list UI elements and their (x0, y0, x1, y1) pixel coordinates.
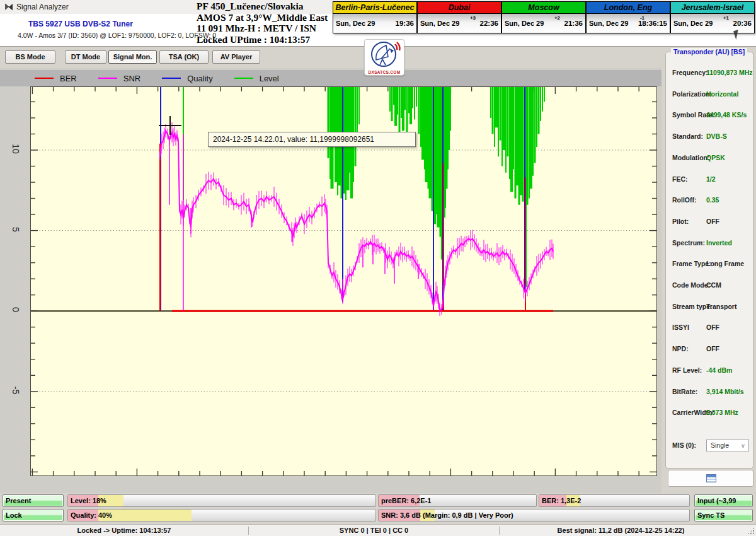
transponder-value: 3,914 Mbit/s (706, 388, 744, 395)
transponder-row: Stream type:Transport (666, 303, 754, 313)
transponder-value: CCM (706, 281, 721, 289)
transponder-label: Frame Type: (672, 260, 711, 267)
legend-snr-label: SNR (123, 74, 140, 83)
transponder-value: OFF (706, 323, 719, 331)
clock-5: Jerusalem-IsraelSun, Dec 29+120:36 (670, 1, 755, 33)
transponder-value: OFF (706, 218, 719, 225)
tuner-name: TBS 5927 USB DVB-S2 Tuner (28, 20, 133, 28)
transponder-value: 4499,48 KS/s (706, 111, 747, 119)
station-line2: AMOS 7 at 3,9°W_Middle East (197, 12, 328, 23)
dxsatcs-logo: DXSATCS.COM (364, 39, 404, 76)
transponder-row: Code Mode:CCM (666, 281, 754, 291)
y-tick-label: -5 (11, 382, 21, 399)
clock-city: Berlin-Paris-Lučenec (333, 2, 416, 14)
transponder-value: Long Frame (706, 260, 744, 267)
clock-time: 18:36:15 (638, 20, 667, 27)
transponder-row: Modulation:QPSK (666, 154, 754, 164)
transponder-label: Spectrum: (672, 239, 705, 247)
lock-indicator: Lock (3, 509, 64, 521)
clock-utc-offset: +2 (554, 15, 560, 21)
chevron-down-icon: ∨ (741, 440, 745, 452)
window-title: Signal Analyzer (16, 3, 69, 11)
tab-dt-mode[interactable]: DT Mode (65, 50, 106, 64)
transponder-value: Transport (706, 303, 736, 310)
tab-av-player[interactable]: AV Player (212, 50, 260, 64)
clock-time: 22:36 (480, 20, 498, 27)
transponder-label: ISSYI (672, 323, 689, 331)
app-icon (4, 3, 13, 11)
transponder-panel: Transponder (AU) [BS] Frequency:11090,87… (665, 52, 753, 469)
y-tick-label: 5 (11, 221, 21, 238)
status-bar: Locked -> Uptime: 104:13:57 SYNC 0 | TEI… (0, 524, 756, 536)
transponder-value: 1/2 (706, 175, 716, 183)
transponder-row: CarrierWidth:6,073 MHz (666, 409, 754, 419)
transponder-row: RollOff:0.35 (666, 196, 754, 206)
clock-4: London, EngSun, Dec 29-118:36:15 (586, 1, 670, 33)
transponder-label: MIS (0): (672, 441, 696, 449)
transponder-row: Frame Type:Long Frame (666, 260, 754, 270)
transponder-row: Frequency:11090,873 MHz (666, 69, 754, 79)
transponder-label: Pilot: (672, 218, 689, 225)
clock-utc-offset: +1 (723, 15, 729, 21)
clock-utc-offset: +3 (470, 15, 476, 21)
transponder-row: Pilot:OFF (666, 218, 754, 228)
legend-snr-dash (98, 78, 117, 79)
clock-1: Berlin-Paris-LučenecSun, Dec 2919:36 (333, 1, 417, 33)
transponder-row: RF Level:-44 dBm (666, 366, 754, 376)
preber-label: preBER: 6,2E-1 (381, 495, 431, 506)
transponder-label: Frequency: (672, 69, 708, 76)
legend-quality-dash (162, 78, 181, 79)
tab-signal-mon[interactable]: Signal Mon. (108, 50, 157, 64)
ber-label: BER: 1,3E-2 (542, 495, 581, 506)
transponder-label: RF Level: (672, 366, 702, 374)
tab-bs-mode[interactable]: BS Mode (5, 50, 55, 64)
clock-date: Sun, Dec 29 (505, 20, 544, 27)
transponder-value: OFF (706, 345, 719, 352)
transponder-value: QPSK (706, 154, 725, 161)
chart-tooltip: 2024-12-25 14.22.01, value: 11,199999809… (208, 132, 416, 147)
quality-progress-label: Quality: 40% (71, 510, 112, 521)
clock-city: Jerusalem-Israel (671, 2, 754, 14)
clock-time: 19:36 (396, 20, 414, 27)
transponder-row: Standard:DVB-S (666, 132, 754, 143)
y-tick-label: 0 (11, 301, 21, 318)
transponder-label: Code Mode: (672, 281, 710, 289)
tuner-details: 4.0W - Amos 3/7 (ID: 3560) @ LOF1: 97500… (18, 32, 216, 39)
mis-select[interactable]: Single∨ (706, 439, 749, 452)
clock-3: MoscowSun, Dec 29+221:36 (501, 1, 586, 33)
station-line3: 11 091 Mhz-H : METV / ISN (197, 23, 328, 34)
list-icon (706, 474, 716, 482)
transponder-label: RollOff: (672, 196, 697, 204)
transponder-panel-title: Transponder (AU) [BS] (671, 48, 747, 55)
clock-city: London, Eng (587, 2, 670, 14)
clock-city: Dubai (418, 2, 501, 14)
station-line4: Locked UPtime : 104:13:57 (197, 34, 328, 45)
legend-ber-dash (35, 78, 54, 79)
clock-time: 21:36 (564, 20, 583, 27)
transponder-label: NPD: (672, 345, 689, 352)
crosshair-cursor-v (169, 116, 171, 135)
transponder-value: 0.35 (706, 196, 719, 204)
snr-progressbar: SNR: 3,6 dB (Margin: 0,9 dB | Very Poor) (378, 509, 690, 521)
status-uptime: Locked -> Uptime: 104:13:57 (0, 525, 248, 536)
transponder-value: -44 dBm (706, 366, 732, 374)
transponder-row: NPD:OFF (666, 345, 754, 355)
clock-date: Sun, Dec 29 (336, 20, 375, 27)
present-indicator: Present (3, 494, 64, 507)
transponder-value: 11090,873 MHz (706, 69, 753, 76)
quality-fill (98, 510, 192, 521)
transponder-list-button[interactable] (668, 470, 753, 487)
clock-date: Sun, Dec 29 (420, 20, 459, 27)
status-best-signal: Best signal: 11,2 dB (2024-12-25 14:22) (500, 525, 742, 536)
legend-level-dash (234, 78, 253, 79)
quality-progressbar: Quality: 40% (67, 509, 376, 521)
station-header: PF 450_Lučenec/Slovakia AMOS 7 at 3,9°W_… (197, 1, 328, 45)
legend-level-label: Level (260, 74, 279, 83)
clock-2: DubaiSun, Dec 29+322:36 (417, 1, 501, 33)
resize-grip[interactable] (747, 527, 755, 535)
signal-analyzer-window: Signal Analyzer ✕ TBS 5927 USB DVB-S2 Tu… (0, 0, 756, 536)
dxsatcs-logo-text: DXSATCS.COM (365, 70, 404, 74)
clock-date: Sun, Dec 29 (589, 20, 628, 27)
y-tick-label: 10 (11, 141, 21, 157)
tab-tsa[interactable]: TSA (OK) (159, 50, 209, 64)
